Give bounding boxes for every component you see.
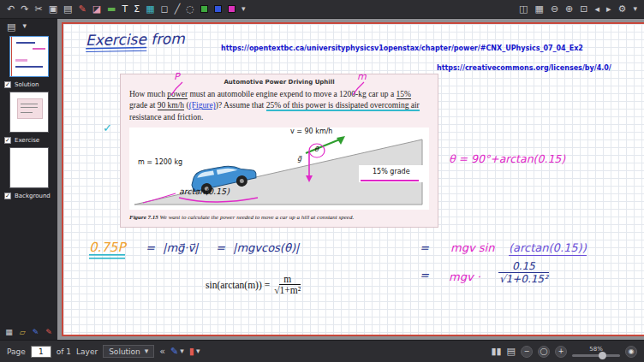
text-segment-underlined: 90 km/h: [158, 101, 184, 110]
title-word-from: from: [151, 30, 185, 48]
license-url-link[interactable]: https://creativecommons.org/licenses/by/…: [437, 64, 611, 72]
preview-pane-caret-icon[interactable]: ▾: [22, 22, 27, 32]
text-segment-underlined: 15%: [397, 90, 411, 99]
cut-icon[interactable]: ✂: [34, 4, 42, 14]
layer-thumbnail-solution[interactable]: [9, 36, 49, 77]
velocity-label: v = 90 km/h: [290, 128, 332, 135]
paste-icon[interactable]: ▤: [63, 4, 72, 14]
split-view-icon[interactable]: ◫: [519, 4, 528, 14]
zoom-slider-knob[interactable]: [599, 352, 606, 359]
color-swatch-green[interactable]: [200, 5, 208, 13]
latex-fraction: m √1+m²: [274, 274, 301, 295]
color-swatch-magenta[interactable]: [228, 5, 236, 13]
zoom-fit-button[interactable]: ◉: [625, 346, 637, 358]
grid-view-icon[interactable]: ▦: [534, 4, 543, 14]
page-layout-icon[interactable]: ▤: [507, 347, 516, 356]
text-segment: How much: [129, 90, 167, 98]
zoom-original-button[interactable]: ◯: [538, 346, 550, 358]
layer-visibility-checkbox[interactable]: ✓: [4, 193, 11, 199]
page-label: Page: [7, 347, 26, 356]
layer-thumbnail-background[interactable]: [9, 147, 49, 188]
layer-row-solution[interactable]: ✓ Solution: [0, 80, 39, 89]
redo-icon[interactable]: ↷: [21, 4, 28, 14]
page-count-label: of 1: [57, 347, 71, 356]
top-toolbar: ↶ ↷ ✂ ▣ ▤ ✎ ◪ ▬ T Σ ▦ ◻ ╱ ◌ ▾ ◫ ▦ ⊖ ⊕ ⊡ …: [0, 0, 644, 19]
copy-icon[interactable]: ▣: [49, 4, 57, 14]
lasso-tool-icon[interactable]: ◌: [186, 4, 194, 14]
latex-radicand: 1+m²: [279, 284, 301, 295]
equals-sign-2: =: [216, 241, 225, 254]
quick-pen-button[interactable]: ✎ ▾: [170, 347, 184, 356]
equals-sign-3: =: [420, 241, 429, 254]
dot-product-term: |mg⃗·v⃗|: [163, 241, 199, 254]
latex-formula[interactable]: sin(arctan(m)) = m √1+m²: [206, 274, 301, 295]
overflow-chevron-icon[interactable]: «: [159, 347, 165, 356]
image-tool-icon[interactable]: ▦: [146, 4, 154, 14]
ruler-tool-icon[interactable]: ╱: [175, 4, 181, 14]
red-pen-icon[interactable]: ✎: [45, 329, 52, 336]
text-segment: )? Assume that: [216, 101, 266, 110]
split-pages-icon[interactable]: ▮▮: [491, 347, 501, 356]
figure-link[interactable]: (Figure): [189, 101, 216, 110]
cosine-term: |mgvcos(θ)|: [233, 241, 299, 254]
zoom-slider[interactable]: [572, 354, 620, 357]
zoom-out-button[interactable]: −: [521, 346, 533, 358]
radicand: 1+0.15²: [506, 272, 548, 285]
mgv-term: mgv ·: [449, 270, 480, 283]
sine-term: mgv sin: [450, 241, 494, 254]
eraser-tool-icon[interactable]: ◪: [92, 4, 101, 14]
zoom-in-icon[interactable]: ⊕: [565, 4, 573, 14]
theta-label: θ: [314, 145, 319, 153]
latex-tool-icon[interactable]: Σ: [134, 4, 140, 14]
source-url-link[interactable]: https://opentextbc.ca/universityphysicsv…: [221, 45, 583, 52]
shapes-tool-icon[interactable]: ◻: [161, 4, 169, 14]
blue-pen-icon[interactable]: ✎: [33, 329, 39, 336]
pen-tool-icon[interactable]: ✎: [78, 4, 86, 14]
text-segment-teal-underline: 25% of this power is dissipated overcomi…: [266, 101, 420, 111]
gravity-vector-label: g⃗: [297, 155, 301, 163]
folder-icon[interactable]: ▱: [20, 329, 26, 336]
caption-lead: Figure 7.15: [129, 214, 158, 221]
chevron-down-icon: ▾: [180, 347, 184, 355]
layer-preview-sidebar: ▤ ▾ ✓ Solution ✓ Exer: [0, 19, 57, 340]
layer-visibility-checkbox[interactable]: ✓: [4, 81, 11, 88]
preview-pane-icon[interactable]: ▤: [7, 22, 15, 32]
layer-row-background[interactable]: ✓ Background: [0, 191, 51, 200]
equals-sign-4: =: [420, 269, 429, 282]
quick-marker-button[interactable]: ▮ ▾: [189, 347, 200, 356]
layer-label: Layer: [76, 347, 98, 356]
pen-options-caret-icon[interactable]: ▾: [242, 5, 246, 13]
zoom-in-button[interactable]: +: [555, 346, 567, 358]
layer-label: Solution: [15, 81, 39, 88]
marker-icon: ▮: [189, 347, 194, 356]
equation-lhs: 0.75P: [89, 240, 125, 259]
layer-label: Background: [15, 193, 51, 199]
toolbar-overflow-caret-icon[interactable]: ▾: [633, 5, 637, 13]
document-page[interactable]: Exercise from https://opentextbc.ca/univ…: [62, 22, 644, 336]
chevron-down-icon: ▾: [196, 347, 200, 355]
layer-visibility-checkbox[interactable]: ✓: [4, 137, 11, 144]
theta-equation: θ = 90°+arctan(0.15): [449, 152, 565, 165]
zoom-fit-icon[interactable]: ⊡: [580, 4, 587, 14]
color-swatch-blue[interactable]: [214, 5, 222, 13]
text-tool-icon[interactable]: T: [122, 4, 128, 14]
next-page-icon[interactable]: ▸: [606, 4, 611, 14]
pages-grid-icon[interactable]: ▦: [5, 329, 13, 336]
highlighter-tool-icon[interactable]: ▬: [107, 4, 116, 14]
problem-image-card[interactable]: Automotive Power Driving Uphill P m How …: [120, 74, 438, 228]
layer-select[interactable]: Solution ▾: [103, 345, 154, 358]
zoom-out-icon[interactable]: ⊖: [551, 4, 558, 14]
arctan-annotation: arctan(0.15): [179, 187, 230, 196]
canvas-area: Exercise from https://opentextbc.ca/univ…: [57, 19, 644, 340]
ratio-fraction: 0.15 √1+0.15²: [498, 260, 549, 285]
settings-icon[interactable]: ⚙: [618, 4, 627, 14]
layer-row-exercise[interactable]: ✓ Exercise: [0, 135, 39, 145]
layer-label: Exercise: [15, 137, 39, 144]
latex-lead: sin(arctan(m)) =: [206, 280, 270, 290]
page-number-input[interactable]: [31, 346, 51, 358]
prev-page-icon[interactable]: ◂: [595, 4, 600, 14]
arctan-term: (arctan(0.15)): [509, 241, 587, 256]
undo-icon[interactable]: ↶: [7, 4, 15, 14]
latex-denominator: √1+m²: [274, 285, 301, 295]
layer-thumbnail-exercise[interactable]: [9, 92, 49, 133]
